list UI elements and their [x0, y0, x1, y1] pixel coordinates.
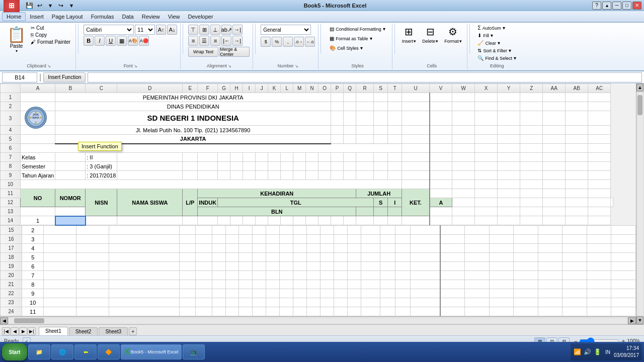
cell-K15[interactable] [266, 226, 280, 235]
cell-AC10[interactable] [588, 180, 611, 189]
cell-S5[interactable] [374, 135, 388, 144]
cell-L15[interactable] [280, 226, 293, 235]
cell-R1[interactable] [356, 93, 374, 102]
cell-A19[interactable]: 6 [22, 262, 44, 271]
cell-C19[interactable] [76, 262, 109, 271]
scroll-left-button[interactable]: ◀ [0, 317, 8, 324]
cell-R2[interactable] [356, 102, 374, 111]
cell-E23[interactable] [179, 298, 195, 307]
cell-AA11[interactable] [543, 189, 566, 198]
cell-U5[interactable] [402, 135, 430, 144]
cell-W22[interactable] [465, 289, 490, 298]
cell-W5[interactable] [452, 135, 475, 144]
cell-P16[interactable] [334, 235, 348, 244]
cell-Y12[interactable] [520, 198, 543, 207]
cell-X21[interactable] [489, 280, 514, 289]
cell-P20[interactable] [334, 271, 348, 280]
cell-Y5[interactable] [498, 135, 520, 144]
cell-I9[interactable] [243, 171, 256, 180]
cell-S2[interactable] [374, 102, 388, 111]
cell-S7[interactable] [374, 153, 388, 162]
cell-C15[interactable] [76, 226, 109, 235]
cell-C14[interactable] [86, 216, 117, 225]
cell-X3[interactable] [475, 111, 498, 126]
cell-J20[interactable] [253, 271, 266, 280]
cell-AA3[interactable] [543, 111, 566, 126]
cell-W12[interactable] [475, 198, 498, 207]
cell-Q2[interactable] [344, 102, 356, 111]
cell-AC23[interactable] [611, 298, 636, 307]
cell-X23[interactable] [489, 298, 514, 307]
cell-K19[interactable] [266, 262, 280, 271]
cell-E15[interactable] [179, 226, 195, 235]
number-format-select[interactable]: General [261, 25, 311, 35]
cell-AB1[interactable] [566, 93, 588, 102]
cell-A8[interactable]: Semester [21, 162, 55, 171]
cell-T18[interactable] [395, 253, 410, 262]
redo-button[interactable]: ↪ [56, 1, 65, 10]
cell-C20[interactable] [76, 271, 109, 280]
col-header-Y[interactable]: Y [498, 84, 520, 93]
cell-U17[interactable] [411, 244, 440, 253]
tab-view[interactable]: View [164, 13, 184, 21]
percent-button[interactable]: % [272, 37, 282, 47]
cell-D14[interactable] [117, 216, 183, 225]
col-header-R[interactable]: R [356, 84, 374, 93]
cell-S21[interactable] [380, 280, 395, 289]
cell-A23[interactable]: 10 [22, 298, 44, 307]
cell-X24[interactable] [489, 307, 514, 316]
cell-Y13[interactable] [498, 207, 520, 216]
cell-AA12[interactable] [566, 198, 588, 207]
sort-filter-button[interactable]: ⇅ Sort & Filter ▾ [475, 47, 518, 54]
cell-Y17[interactable] [514, 244, 538, 253]
cell-AC9[interactable] [588, 171, 611, 180]
col-header-X[interactable]: X [475, 84, 498, 93]
cell-W9[interactable] [452, 171, 475, 180]
cell-G19[interactable] [212, 262, 225, 271]
sheet-next-button[interactable]: ▶ [19, 327, 27, 335]
comma-button[interactable]: , [283, 37, 293, 47]
horizontal-scrollbar[interactable]: ◀ ▶ [0, 316, 636, 324]
cell-O17[interactable] [320, 244, 334, 253]
font-grow-button[interactable]: A↑ [156, 25, 166, 35]
cell-S18[interactable] [380, 253, 395, 262]
cell-O22[interactable] [320, 289, 334, 298]
cell-X15[interactable] [489, 226, 514, 235]
cell-AC7[interactable] [588, 153, 611, 162]
cell-AB4[interactable] [566, 126, 588, 135]
cell-J7[interactable] [256, 153, 268, 162]
cell-M14[interactable] [293, 216, 306, 225]
cell-W24[interactable] [465, 307, 490, 316]
cell-L9[interactable] [281, 171, 293, 180]
sheet-tab-1[interactable]: Sheet1 [39, 327, 68, 335]
cell-U19[interactable] [411, 262, 440, 271]
cell-AA7[interactable] [543, 153, 566, 162]
cell-P4[interactable] [331, 126, 344, 135]
cell-Z10[interactable] [520, 180, 543, 189]
cell-M18[interactable] [293, 253, 307, 262]
cell-A17[interactable]: 4 [22, 244, 44, 253]
horizontal-scrollbar-thumb[interactable] [14, 318, 44, 323]
cell-U16[interactable] [411, 235, 440, 244]
cell-styles-button[interactable]: 🎨 Cell Styles ▾ [326, 44, 389, 52]
vertical-scrollbar-track[interactable] [637, 93, 643, 315]
cell-R16[interactable] [361, 235, 380, 244]
cell-AB22[interactable] [587, 289, 611, 298]
cell-AC20[interactable] [611, 271, 636, 280]
paste-button[interactable]: 📋 Paste ▾ [5, 25, 28, 54]
cell-D19[interactable] [109, 262, 179, 271]
col-header-V[interactable]: V [430, 84, 452, 93]
cell-T16[interactable] [395, 235, 410, 244]
cell-E11[interactable]: L/P [183, 189, 198, 216]
font-color-button[interactable]: A🔴 [139, 36, 149, 46]
cell-B20[interactable] [44, 271, 76, 280]
cell-AC4[interactable] [588, 126, 611, 135]
cell-K9[interactable] [268, 171, 281, 180]
cell-AC21[interactable] [611, 280, 636, 289]
border-button[interactable]: ▦ [117, 36, 127, 46]
cell-P23[interactable] [334, 298, 348, 307]
cell-J18[interactable] [253, 253, 266, 262]
cell-P21[interactable] [334, 280, 348, 289]
cell-D9[interactable] [117, 171, 183, 180]
cell-O19[interactable] [320, 262, 334, 271]
